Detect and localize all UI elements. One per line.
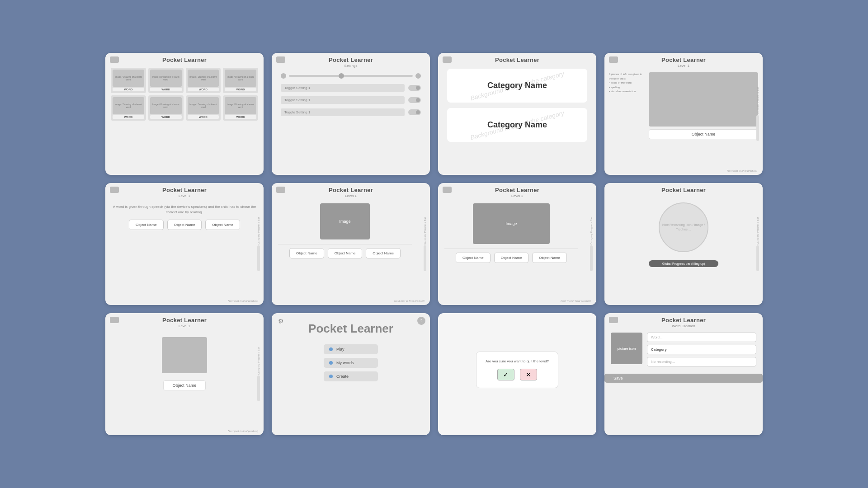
word-label-2: WORD: [150, 88, 182, 91]
progress-bar-track-9: [257, 375, 260, 401]
toggle-switch-2[interactable]: [408, 97, 421, 103]
toggle-knob-3: [416, 110, 420, 114]
answer-btn-5-1[interactable]: Object Name: [129, 220, 164, 230]
back-button-6[interactable]: [276, 187, 285, 193]
card4-header: Pocket Learner Level 1: [604, 53, 763, 69]
progress-bar-track-8: [756, 245, 759, 271]
card-word-grid: Pocket Learner Image / Drawing of a lear…: [105, 53, 264, 175]
menu-item-mywords[interactable]: My words: [324, 358, 378, 368]
back-button-3[interactable]: [443, 56, 452, 63]
word-item-8[interactable]: Image / Drawing of a learnt word WORD: [223, 95, 258, 121]
toggle-label-2: Toggle Setting 1: [281, 96, 405, 104]
help-button[interactable]: ?: [417, 317, 425, 325]
toggle-switch-1[interactable]: [408, 85, 421, 91]
back-button-2[interactable]: [276, 56, 285, 63]
quit-yes-button[interactable]: ✓: [497, 369, 514, 380]
level5-description: A word is given through speech (via the …: [112, 204, 257, 215]
word-label-5: WORD: [113, 115, 144, 119]
word-field-category[interactable]: Category: [647, 345, 756, 354]
answer-btn-7-3[interactable]: Object Name: [532, 253, 567, 263]
level6-body: Image Object Name Object Name Object Nam…: [272, 203, 430, 258]
menu-play-label: Play: [336, 347, 344, 352]
menu-item-play[interactable]: Play: [324, 344, 378, 354]
word-image-6: Image / Drawing of a learnt word: [150, 97, 182, 114]
word-item-1[interactable]: Image / Drawing of a learnt word WORD: [111, 68, 146, 93]
word-item-6[interactable]: Image / Drawing of a learnt word WORD: [148, 95, 184, 121]
single-image-body: Object Name: [105, 329, 264, 394]
category-progress-bar-4: Category Progress Bar: [755, 87, 760, 141]
slider-thumb[interactable]: [339, 73, 344, 79]
progress-bar-track-5: [257, 245, 260, 271]
quit-no-button[interactable]: ✕: [520, 369, 537, 380]
card-single-image: Pocket Learner Level 1 Object Name Categ…: [105, 313, 264, 435]
card2-header: Pocket Learner Settings: [272, 53, 430, 69]
toggle-row-2: Toggle Setting 1: [281, 96, 421, 104]
single-object-name: Object Name: [163, 380, 206, 390]
answer-buttons-5: Object Name Object Name Object Name: [112, 220, 257, 230]
toggle-knob-2: [416, 98, 420, 102]
answer-btn-5-3[interactable]: Object Name: [205, 220, 240, 230]
word-item-3[interactable]: Image / Drawing of a learnt word WORD: [186, 68, 221, 93]
card9-header: Pocket Learner Level 1: [105, 313, 264, 329]
word-label-6: WORD: [150, 115, 182, 119]
answer-btn-7-2[interactable]: Object Name: [494, 253, 529, 263]
back-button-12[interactable]: [609, 317, 618, 323]
settings-body: Toggle Setting 1 Toggle Setting 1 Toggle…: [272, 69, 430, 125]
answer-btn-7-1[interactable]: Object Name: [456, 253, 491, 263]
back-button-4[interactable]: [609, 56, 618, 63]
word-image-3: Image / Drawing of a learnt word: [188, 70, 219, 87]
back-button-7[interactable]: [443, 187, 452, 193]
slider-min: [281, 73, 286, 79]
word-item-7[interactable]: Image / Drawing of a learnt word WORD: [186, 95, 221, 121]
quit-question: Are you sure you want to quit the level?: [486, 359, 549, 363]
answer-btn-6-1[interactable]: Object Name: [289, 248, 324, 258]
card-reward: Pocket Learner Nice Rewarding Icon / Ima…: [604, 183, 763, 305]
word-fields: Word... Category No recording...: [647, 333, 756, 366]
play-dot: [329, 347, 333, 351]
gear-icon[interactable]: ⚙: [278, 318, 284, 325]
word-image-1: Image / Drawing of a learnt word: [113, 70, 144, 87]
category-name-2: Category Name: [487, 120, 547, 130]
progress-bar-track-7: [590, 245, 593, 271]
word-image-4: Image / Drawing of a learnt word: [225, 70, 256, 87]
toggle-switch-3[interactable]: [408, 109, 421, 115]
word-creation-body: picture icon Word... Category No recordi…: [604, 329, 763, 370]
card-level1-info: Pocket Learner Level 1 3 pieces of info …: [604, 53, 763, 175]
word-item-5[interactable]: Image / Drawing of a learnt word WORD: [111, 95, 146, 121]
back-button-9[interactable]: [110, 317, 119, 323]
progress-bar-label-5: Category Progress Bar: [257, 217, 260, 244]
save-button[interactable]: Save: [604, 374, 763, 383]
back-button-1[interactable]: [110, 56, 119, 63]
back-button-5[interactable]: [110, 187, 119, 193]
answer-btn-6-2[interactable]: Object Name: [328, 248, 363, 258]
word-item-4[interactable]: Image / Drawing of a learnt word WORD: [223, 68, 258, 93]
card6-subtitle: Level 1: [345, 194, 357, 198]
card8-title: Pocket Learner: [661, 187, 706, 193]
category-progress-bar-7: Category Progress Bar: [589, 217, 594, 271]
word-item-2[interactable]: Image / Drawing of a learnt word WORD: [148, 68, 184, 93]
word-field-recording[interactable]: No recording...: [647, 357, 756, 366]
card5-subtitle: Level 1: [179, 194, 190, 198]
answer-btn-6-3[interactable]: Object Name: [366, 248, 401, 258]
category-card-1[interactable]: Background Image of the category Categor…: [447, 69, 587, 103]
answer-btn-5-2[interactable]: Object Name: [167, 220, 202, 230]
next-text-4: Next (not in final product): [727, 169, 757, 172]
toggle-label-1: Toggle Setting 1: [281, 84, 405, 92]
center-image-6: Image: [320, 203, 370, 239]
info-text-panel: 3 pieces of info are given to the user-c…: [609, 72, 645, 164]
slider-max: [415, 73, 421, 79]
word-image-8: Image / Drawing of a learnt word: [225, 97, 256, 114]
card2-title: Pocket Learner: [329, 56, 373, 63]
progress-bar-label-9: Category Progress Bar: [257, 347, 260, 375]
create-dot: [329, 375, 333, 378]
slider-track[interactable]: [289, 75, 413, 77]
menu-title: Pocket Learner: [308, 322, 393, 335]
center-image-7: Image: [473, 203, 550, 244]
progress-bar-label-7: Category Progress Bar: [590, 217, 593, 244]
menu-item-create[interactable]: Create: [324, 371, 378, 381]
card-quit-dialog: Are you sure you want to quit the level?…: [438, 313, 596, 435]
word-field-word[interactable]: Word...: [647, 333, 756, 342]
card4-title: Pocket Learner: [661, 56, 706, 63]
category-card-2[interactable]: Background Image of the category Categor…: [447, 108, 587, 142]
category-progress-bar-8: Category Progress Bar: [755, 217, 760, 271]
